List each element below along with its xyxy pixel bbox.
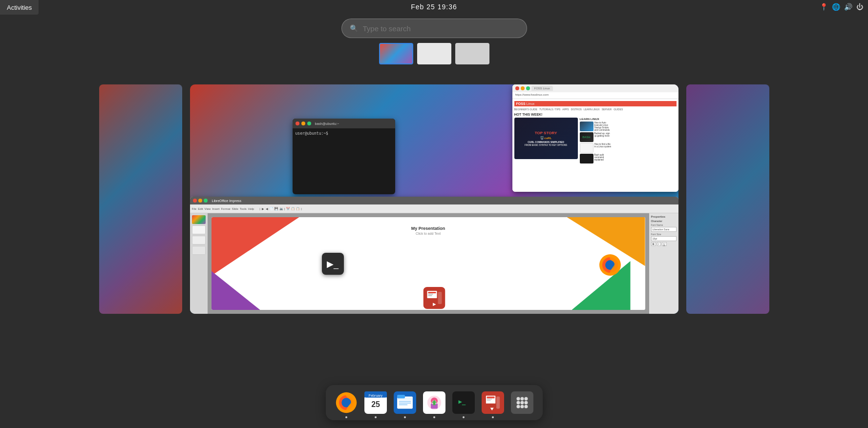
foss-sidebar-text-4: Bash split command explained: [594, 154, 612, 163]
prop-italic[interactable]: I: [657, 242, 661, 246]
impress-slides-panel[interactable]: [190, 213, 208, 314]
dock-store-icon: [423, 391, 445, 414]
dock-item-app-grid[interactable]: [509, 390, 535, 415]
slide-shape-purple: [212, 271, 260, 310]
power-icon[interactable]: ⏻: [856, 3, 863, 11]
slide-title: My Presentation: [212, 223, 645, 231]
dock-files-indicator: [404, 416, 406, 418]
curl-banner: TOP STORY 🖥️ cuRL CURL COMMANDS SIMPLIFI…: [514, 118, 578, 159]
impress-titlebar: LibreOffice Impress: [190, 197, 678, 204]
terminal-window[interactable]: bash@ubuntu:~ user@ubuntu:~$: [293, 119, 395, 194]
svg-point-44: [520, 401, 524, 404]
prop-underline[interactable]: U: [662, 242, 667, 246]
impress-close-btn[interactable]: [193, 199, 197, 203]
svg-point-42: [524, 397, 528, 401]
svg-rect-37: [496, 397, 500, 409]
svg-point-46: [516, 405, 520, 408]
prop-font-size-value[interactable]: 18pt: [651, 236, 677, 241]
dock-impress-indicator: [492, 416, 494, 418]
impress-logo-svg: ▶: [423, 287, 445, 309]
svg-point-47: [520, 405, 524, 408]
prop-font-size: Font Size: [651, 233, 677, 236]
dock-item-store[interactable]: [422, 390, 447, 415]
prop-font-value[interactable]: Liberation Sans: [651, 227, 677, 232]
foss-sidebar-text-2: Backed up, sign up getting more: [594, 132, 612, 142]
impress-max-btn[interactable]: [204, 199, 208, 203]
terminal-close-btn[interactable]: [296, 122, 299, 125]
firefox-addressbar[interactable]: https://www.fosslinux.com: [512, 92, 678, 99]
foss-sidebar-img-2: BASH: [580, 132, 593, 142]
search-input[interactable]: [363, 24, 519, 33]
firefox-titlebar: FOSS Linux: [512, 84, 678, 92]
prop-style-buttons: B I U: [651, 242, 677, 246]
firefox-icon-overlay: [598, 253, 622, 277]
workspace-1[interactable]: [379, 43, 413, 64]
terminal-titlebar: bash@ubuntu:~: [293, 119, 395, 128]
svg-text:▶_: ▶_: [458, 398, 466, 406]
terminal-max-btn[interactable]: [307, 122, 311, 125]
sound-icon[interactable]: 🔊: [844, 3, 852, 11]
prop-bold[interactable]: B: [651, 242, 656, 246]
properties-title: Properties: [651, 215, 677, 218]
svg-rect-24: [397, 395, 405, 398]
terminal-prompt: user@ubuntu:~$: [296, 131, 328, 136]
firefox-window[interactable]: FOSS Linux https://www.fosslinux.com FOS…: [512, 84, 678, 192]
search-bar[interactable]: 🔍: [341, 19, 527, 38]
slide-subtitle[interactable]: Click to add Text: [212, 232, 645, 235]
slide-thumb-1[interactable]: [192, 215, 206, 224]
dock-item-firefox[interactable]: [334, 390, 359, 415]
terminal-min-btn[interactable]: [301, 122, 305, 125]
slide-thumb-3[interactable]: [192, 236, 206, 245]
svg-rect-22: [399, 403, 411, 404]
dock-app-grid-icon: [511, 391, 533, 414]
foss-sidebar: LEARN LINUX How to Auto Execute Linux St…: [580, 118, 612, 164]
curl-title: CURL COMMANDS SIMPLIFIED: [525, 141, 567, 143]
foss-sidebar-img-4: [580, 154, 593, 163]
dock-firefox-indicator: [345, 416, 347, 418]
impress-toolbar[interactable]: FileEditViewInsertFormatSlideToolsHelp |…: [190, 204, 678, 213]
dock-item-impress[interactable]: [480, 390, 506, 415]
svg-rect-7: [428, 295, 432, 296]
clock: Feb 25 19:36: [411, 3, 457, 11]
firefox-max-btn[interactable]: [526, 86, 530, 90]
location-icon[interactable]: 📍: [820, 3, 828, 11]
svg-point-48: [524, 405, 528, 408]
right-workspace-preview[interactable]: [686, 84, 769, 314]
dock-calendar-indicator: [375, 416, 377, 418]
foss-content: TOP STORY 🖥️ cuRL CURL COMMANDS SIMPLIFI…: [514, 118, 677, 164]
foss-hot-week: HOT THIS WEEK!: [514, 113, 677, 116]
terminal-content: user@ubuntu:~$: [293, 128, 395, 139]
impress-min-btn[interactable]: [198, 199, 202, 203]
slide-thumb-4[interactable]: [192, 246, 206, 255]
top-bar: Activities Feb 25 19:36 📍 🌐 🔊 ⏻: [0, 0, 868, 18]
dock-firefox-icon: [335, 391, 358, 414]
firefox-min-btn[interactable]: [521, 86, 525, 90]
workspace-switcher: [379, 43, 489, 64]
terminal-icon: ▶_: [327, 259, 339, 269]
foss-sidebar-img-1: [580, 122, 593, 131]
svg-rect-20: [397, 398, 413, 400]
activities-button[interactable]: Activities: [0, 0, 39, 15]
terminal-icon-overlay: ▶_: [322, 253, 344, 275]
foss-sidebar-item-1: How to Auto Execute Linux Startup Script…: [580, 122, 612, 131]
dock-terminal-icon: ▶_: [452, 391, 475, 414]
firefox-tab[interactable]: FOSS Linux: [531, 86, 553, 91]
slide-thumb-2[interactable]: [192, 225, 206, 234]
workspace-3[interactable]: [455, 43, 489, 64]
firefox-close-btn[interactable]: [515, 86, 519, 90]
system-tray: 📍 🌐 🔊 ⏻: [820, 3, 863, 11]
left-workspace-preview[interactable]: [99, 84, 182, 314]
slide-text-area[interactable]: My Presentation Click to add Text: [212, 217, 645, 235]
svg-point-41: [520, 397, 524, 401]
foss-main-article[interactable]: TOP STORY 🖥️ cuRL CURL COMMANDS SIMPLIFI…: [514, 118, 578, 159]
foss-sidebar-item-4: Bash split command explained: [580, 154, 612, 163]
foss-sidebar-item-3: How to find a file in a Linux system: [580, 143, 612, 153]
dock-item-terminal[interactable]: ▶_: [451, 390, 476, 415]
dock-item-files[interactable]: [392, 390, 418, 415]
dock: February 25 ▶_: [326, 385, 543, 420]
prop-font-name: Font Name: [651, 224, 677, 226]
network-icon[interactable]: 🌐: [832, 3, 840, 11]
svg-point-45: [524, 401, 528, 404]
dock-item-calendar[interactable]: February 25: [363, 390, 388, 415]
workspace-2[interactable]: [417, 43, 451, 64]
